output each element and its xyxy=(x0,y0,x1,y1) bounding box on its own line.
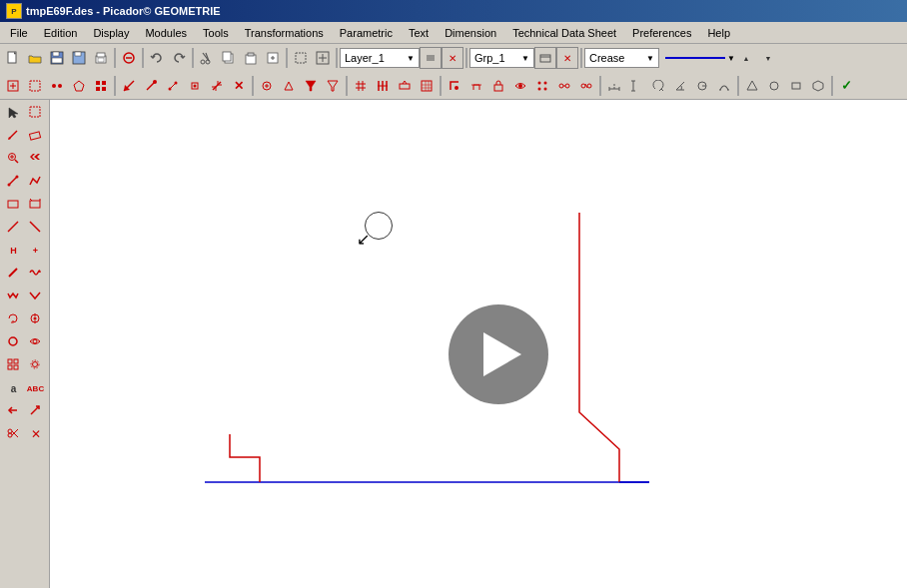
lt-v-shape[interactable] xyxy=(25,286,47,307)
menu-preferences[interactable]: Preferences xyxy=(624,25,699,41)
tb2-measure[interactable] xyxy=(465,75,487,97)
lt-text-abc[interactable]: ABC xyxy=(25,377,47,399)
lt-w-shape[interactable] xyxy=(3,286,25,307)
tb2-link2[interactable] xyxy=(553,75,575,97)
tb2-link[interactable] xyxy=(206,75,228,97)
play-button[interactable] xyxy=(449,304,548,404)
menu-modules[interactable]: Modules xyxy=(137,25,195,41)
lt-eye2[interactable] xyxy=(25,331,47,353)
menu-tds[interactable]: Technical Data Sheet xyxy=(504,25,624,41)
tb-open[interactable] xyxy=(24,47,46,69)
tb2-angle[interactable] xyxy=(669,75,691,97)
lt-zoom-out[interactable] xyxy=(25,148,47,170)
layer-dropdown[interactable]: Layer_1 ▼ xyxy=(340,48,420,68)
lt-text-a[interactable]: a xyxy=(3,377,25,399)
tb2-arc[interactable] xyxy=(713,75,735,97)
tb2-dots[interactable] xyxy=(531,75,553,97)
lt-rect[interactable] xyxy=(3,194,25,216)
menu-parametric[interactable]: Parametric xyxy=(332,25,401,41)
tb-crease-scroll-up[interactable]: ▲ xyxy=(735,47,757,69)
tb2-circle2[interactable] xyxy=(763,75,785,97)
tb-paste2[interactable] xyxy=(262,47,284,69)
menu-tools[interactable]: Tools xyxy=(195,25,237,41)
tb2-filter[interactable] xyxy=(300,75,322,97)
tb2-filter2[interactable] xyxy=(322,75,344,97)
tb2-snap2[interactable] xyxy=(256,75,278,97)
lt-cursor[interactable] xyxy=(3,102,25,124)
lt-wave[interactable] xyxy=(25,263,47,285)
lt-pencil[interactable] xyxy=(3,125,25,147)
lt-polyline[interactable] xyxy=(25,171,47,193)
lt-select-box[interactable] xyxy=(25,102,47,124)
tb2-rotate[interactable] xyxy=(647,75,669,97)
tb2-point[interactable] xyxy=(444,75,465,97)
tb-new[interactable] xyxy=(2,47,24,69)
menu-help[interactable]: Help xyxy=(699,25,738,41)
lt-line[interactable] xyxy=(3,171,25,193)
lt-diagonal[interactable] xyxy=(3,217,25,239)
menu-edition[interactable]: Edition xyxy=(36,25,86,41)
lt-vline[interactable]: + xyxy=(25,240,47,262)
menu-display[interactable]: Display xyxy=(85,25,137,41)
lt-zoom-in[interactable] xyxy=(3,148,25,170)
lt-scissors[interactable] xyxy=(3,423,25,445)
tb2-pts[interactable] xyxy=(46,75,68,97)
tb2-snap3[interactable] xyxy=(278,75,300,97)
tb2-tool2[interactable] xyxy=(140,75,162,97)
lt-rect2[interactable] xyxy=(25,194,47,216)
tb2-transform[interactable] xyxy=(394,75,416,97)
tb2-hash[interactable] xyxy=(350,75,372,97)
lt-arrow-left[interactable] xyxy=(3,400,25,422)
lt-circ[interactable] xyxy=(3,331,25,353)
tb2-check[interactable]: ✓ xyxy=(835,75,857,97)
tb-copy[interactable] xyxy=(218,47,240,69)
tb-print[interactable] xyxy=(90,47,112,69)
tb-redo[interactable] xyxy=(168,47,190,69)
tb2-tool1[interactable] xyxy=(118,75,140,97)
tb2-dim1[interactable] xyxy=(603,75,625,97)
crease-color-indicator[interactable]: ▼ xyxy=(661,54,735,63)
tb-grp-btn2[interactable]: ✕ xyxy=(556,47,578,69)
tb2-radius[interactable] xyxy=(691,75,713,97)
tb2-select-all[interactable] xyxy=(2,75,24,97)
lt-diagonal2[interactable] xyxy=(25,217,47,239)
lt-slash[interactable] xyxy=(3,263,25,285)
tb-grp-btn1[interactable] xyxy=(534,47,556,69)
crease-dropdown[interactable]: Crease ▼ xyxy=(584,48,659,68)
menu-text[interactable]: Text xyxy=(401,25,437,41)
tb2-cross[interactable]: ✕ xyxy=(228,75,250,97)
lt-target[interactable] xyxy=(25,308,47,330)
tb2-shapes[interactable] xyxy=(741,75,763,97)
tb2-lock[interactable] xyxy=(487,75,509,97)
tb2-pts2[interactable] xyxy=(162,75,184,97)
lt-eraser[interactable] xyxy=(25,125,47,147)
lt-circ-arrow[interactable] xyxy=(3,308,25,330)
menu-dimension[interactable]: Dimension xyxy=(437,25,504,41)
tb2-hexagon[interactable] xyxy=(807,75,829,97)
tb-paste[interactable] xyxy=(240,47,262,69)
tb2-node[interactable] xyxy=(184,75,206,97)
tb-cut[interactable] xyxy=(196,47,218,69)
tb-crease-scroll-dn[interactable]: ▼ xyxy=(757,47,779,69)
tb2-unlink[interactable] xyxy=(575,75,597,97)
lt-hline[interactable]: H xyxy=(3,240,25,262)
lt-grid-sm[interactable] xyxy=(3,354,25,376)
tb2-eye[interactable] xyxy=(509,75,531,97)
tb-zoom-all[interactable] xyxy=(312,47,334,69)
tb2-grid[interactable] xyxy=(90,75,112,97)
menu-file[interactable]: File xyxy=(2,25,36,41)
menu-transformations[interactable]: Transformations xyxy=(237,25,332,41)
group-dropdown[interactable]: Grp_1 ▼ xyxy=(469,48,534,68)
tb-save[interactable] xyxy=(46,47,68,69)
tb-red-circle[interactable] xyxy=(118,47,140,69)
tb2-hash2[interactable] xyxy=(372,75,394,97)
tb2-snap[interactable] xyxy=(68,75,90,97)
tb-save2[interactable] xyxy=(68,47,90,69)
tb2-crosshair[interactable] xyxy=(24,75,46,97)
tb-layer-btn2[interactable]: ✕ xyxy=(442,47,463,69)
tb2-grid2[interactable] xyxy=(416,75,438,97)
lt-arrow-diag[interactable] xyxy=(25,400,47,422)
lt-gear[interactable] xyxy=(25,354,47,376)
lt-x-mark[interactable]: ✕ xyxy=(25,423,47,445)
tb-layer-btn1[interactable] xyxy=(420,47,442,69)
